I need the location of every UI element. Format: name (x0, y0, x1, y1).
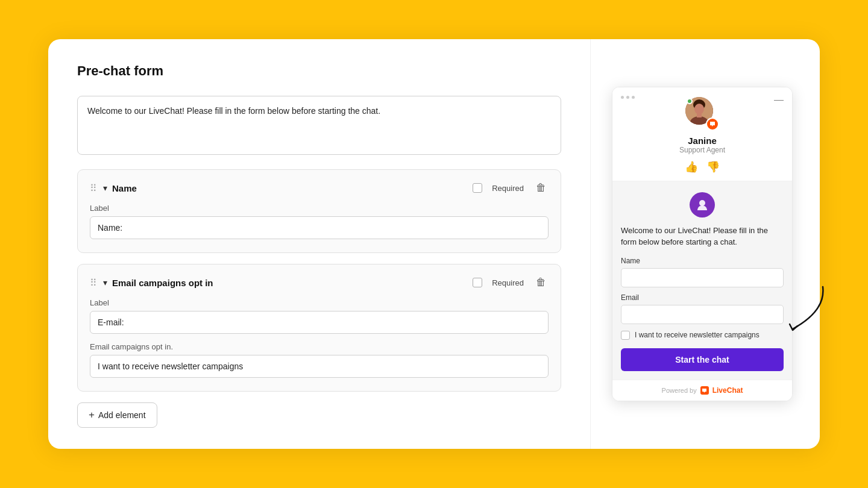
svg-point-2 (694, 104, 704, 114)
drag-icon-email[interactable]: ⠿ (90, 277, 98, 289)
required-checkbox-email[interactable] (473, 278, 482, 287)
left-panel: Pre-chat form Welcome to our LiveChat! P… (48, 39, 591, 449)
main-card: Pre-chat form Welcome to our LiveChat! P… (48, 39, 820, 449)
online-indicator (687, 98, 693, 104)
field-card-email-left: ⠿ ▾ Email campaigns opt in (90, 277, 213, 289)
livechat-badge (706, 117, 719, 131)
welcome-textarea-container: Welcome to our LiveChat! Please fill in … (77, 96, 561, 155)
agent-role: Support Agent (679, 146, 725, 154)
chat-body: Welcome to our LiveChat! Please fill in … (612, 181, 792, 380)
chat-optin-label: I want to receive newsletter campaigns (635, 330, 760, 340)
chat-name-label: Name (621, 257, 784, 265)
agent-name: Janine (688, 136, 717, 146)
chat-preview-wrapper: — (612, 87, 793, 402)
welcome-textarea[interactable]: Welcome to our LiveChat! Please fill in … (87, 106, 551, 142)
chat-name-input[interactable] (621, 268, 784, 287)
field-card-name: ⠿ ▾ Name Required 🗑 Label (77, 169, 561, 253)
field-name-email: Email campaigns opt in (112, 278, 213, 288)
agent-avatar-wrapper (685, 97, 719, 131)
livechat-logo-icon (700, 386, 709, 395)
chat-window: — (612, 87, 793, 402)
required-label-email: Required (492, 278, 524, 287)
bot-avatar-row (621, 192, 784, 217)
chevron-down-icon-email[interactable]: ▾ (103, 278, 107, 287)
required-checkbox-name[interactable] (473, 183, 482, 193)
drag-icon-name[interactable]: ⠿ (90, 183, 98, 194)
svg-point-5 (699, 200, 705, 206)
add-element-button[interactable]: + Add element (77, 402, 157, 428)
chat-dot-2 (626, 96, 629, 99)
svg-rect-4 (697, 113, 702, 117)
delete-btn-email[interactable]: 🗑 (533, 275, 549, 290)
chat-email-input[interactable] (621, 305, 784, 324)
thumbdown-button[interactable]: 👎 (706, 160, 720, 174)
thumbup-button[interactable]: 👍 (685, 160, 698, 174)
chat-checkbox-row: I want to receive newsletter campaigns (621, 330, 784, 340)
field-card-name-right: Required 🗑 (473, 181, 549, 195)
chat-optin-checkbox[interactable] (621, 331, 630, 340)
chevron-down-icon-name[interactable]: ▾ (103, 183, 107, 193)
powered-by-text: Powered by (662, 387, 697, 394)
plus-icon: + (89, 409, 95, 421)
minimize-button[interactable]: — (774, 95, 784, 105)
chat-dot-1 (621, 96, 624, 99)
field-card-email-header: ⠿ ▾ Email campaigns opt in Required 🗑 (90, 275, 549, 290)
livechat-logo-text: LiveChat (712, 386, 743, 395)
field-name-name: Name (112, 183, 137, 193)
chat-dot-3 (632, 96, 635, 99)
chat-email-label: Email (621, 293, 784, 302)
start-chat-button[interactable]: Start the chat (621, 348, 784, 371)
field-input-name[interactable] (90, 216, 549, 239)
chat-footer: Powered by LiveChat (612, 380, 792, 401)
rating-row: 👍 👎 (685, 160, 720, 174)
delete-btn-name[interactable]: 🗑 (533, 181, 549, 195)
right-panel: — (591, 39, 820, 449)
required-label-name: Required (492, 184, 524, 193)
field-card-name-header: ⠿ ▾ Name Required 🗑 (90, 181, 549, 195)
field-label-text-email: Label (90, 298, 549, 307)
field-card-email-right: Required 🗑 (473, 275, 549, 290)
field-label-text-name: Label (90, 204, 549, 213)
agent-header: — (612, 87, 792, 181)
optin-label-text: Email campaigns opt in. (90, 342, 549, 351)
page-title: Pre-chat form (77, 63, 561, 79)
chat-dots (621, 96, 635, 99)
field-input-optin[interactable] (90, 355, 549, 378)
field-card-email: ⠿ ▾ Email campaigns opt in Required 🗑 La… (77, 264, 561, 392)
field-card-name-left: ⠿ ▾ Name (90, 183, 137, 194)
add-element-label: Add element (98, 410, 146, 420)
chat-welcome-text: Welcome to our LiveChat! Please fill in … (621, 225, 784, 248)
bot-avatar (690, 192, 715, 217)
field-input-email[interactable] (90, 311, 549, 334)
